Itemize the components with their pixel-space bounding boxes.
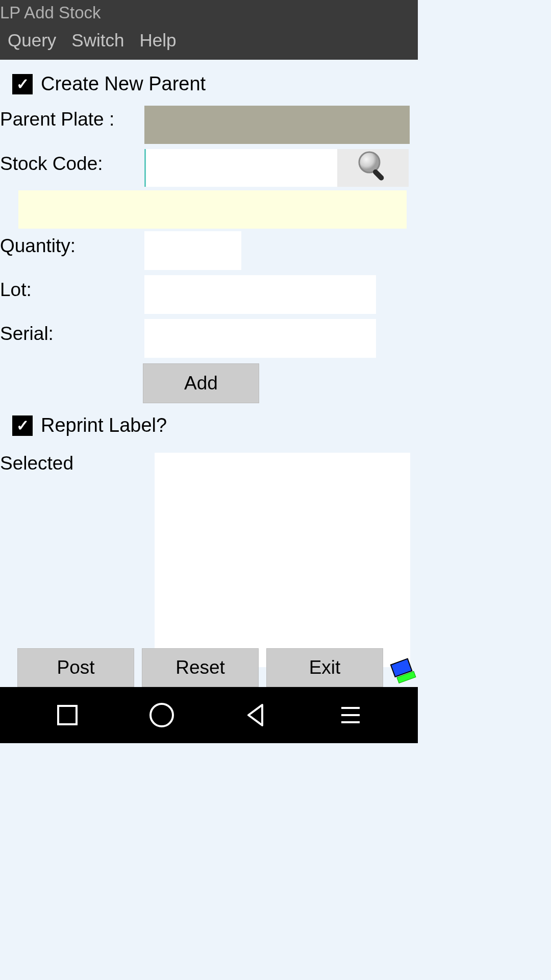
menu-switch[interactable]: Switch [71, 30, 124, 51]
lot-label: Lot: [0, 275, 144, 301]
reprint-checkbox[interactable]: ✓ [12, 415, 33, 436]
android-nav-bar [0, 687, 418, 743]
main-content: ✓ Create New Parent Parent Plate : Stock… [0, 60, 418, 667]
post-button[interactable]: Post [17, 648, 134, 687]
recent-apps-button[interactable] [52, 700, 83, 730]
add-button[interactable]: Add [143, 363, 259, 403]
selected-row: Selected [0, 444, 418, 667]
home-button[interactable] [146, 700, 177, 730]
parent-plate-label: Parent Plate : [0, 105, 144, 130]
search-icon [355, 149, 391, 187]
serial-row: Serial: [0, 316, 418, 360]
menu-button[interactable] [335, 700, 366, 730]
add-button-row: Add [0, 360, 418, 403]
lot-row: Lot: [0, 273, 418, 316]
stock-code-input[interactable] [144, 149, 337, 187]
quantity-label: Quantity: [0, 231, 144, 257]
exit-button[interactable]: Exit [266, 648, 383, 687]
stock-code-row: Stock Code: [0, 146, 418, 189]
svg-rect-1 [372, 168, 385, 181]
create-parent-row: ✓ Create New Parent [0, 66, 418, 102]
create-parent-label: Create New Parent [41, 73, 206, 95]
stock-code-label: Stock Code: [0, 149, 144, 175]
svg-rect-4 [58, 706, 77, 724]
svg-point-0 [359, 152, 380, 173]
menu-bar: Query Switch Help [0, 22, 418, 60]
checkmark-icon: ✓ [16, 75, 29, 93]
reprint-row: ✓ Reprint Label? [0, 403, 418, 444]
scanner-icon[interactable] [387, 656, 418, 687]
menu-query[interactable]: Query [8, 30, 56, 51]
search-button[interactable] [337, 149, 409, 187]
reset-button[interactable]: Reset [142, 648, 259, 687]
selected-label: Selected [0, 453, 155, 474]
quantity-row: Quantity: [0, 229, 418, 273]
parent-plate-row: Parent Plate : [0, 102, 418, 146]
lot-input[interactable] [144, 275, 376, 314]
quantity-input[interactable] [144, 231, 241, 270]
svg-point-5 [151, 704, 173, 726]
action-buttons: Post Reset Exit [17, 648, 415, 687]
stock-description-display [18, 190, 407, 229]
parent-plate-input[interactable] [144, 106, 410, 144]
page-title: LP Add Stock [0, 0, 418, 22]
back-button[interactable] [241, 700, 271, 730]
selected-listbox[interactable] [155, 453, 410, 667]
serial-label: Serial: [0, 319, 144, 345]
checkmark-icon: ✓ [16, 416, 29, 434]
serial-input[interactable] [144, 319, 376, 358]
app-header: LP Add Stock Query Switch Help [0, 0, 418, 60]
create-parent-checkbox[interactable]: ✓ [12, 74, 33, 94]
menu-help[interactable]: Help [139, 30, 176, 51]
reprint-label: Reprint Label? [41, 414, 167, 436]
